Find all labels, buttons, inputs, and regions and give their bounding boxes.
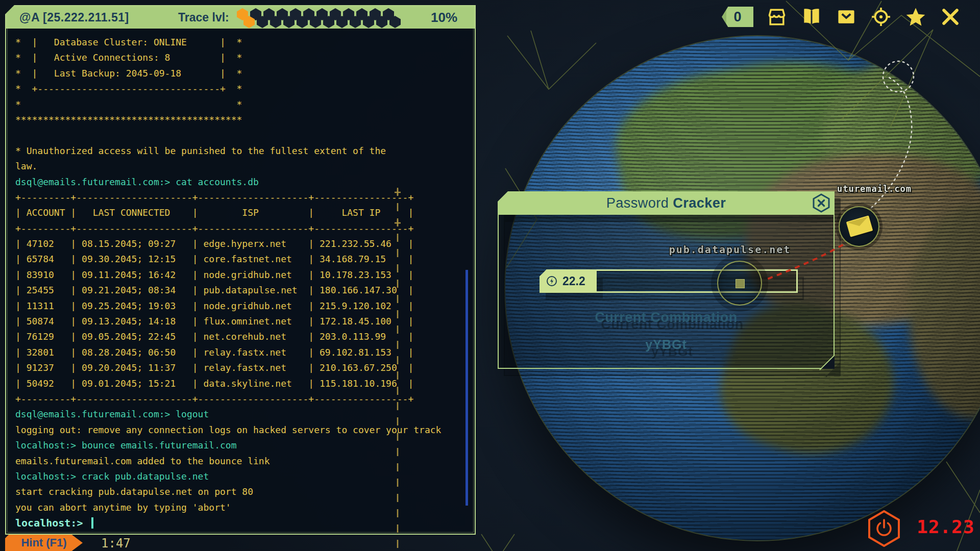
- terminal-line: | 76129 | 09.05.2045; 22:45 | net.corehu…: [15, 329, 469, 344]
- text-cursor: [91, 517, 93, 529]
- energy-icon: [546, 275, 558, 287]
- terminal-output[interactable]: * | Database Cluster: ONLINE | ** | Acti…: [15, 35, 469, 533]
- terminal-line: | 47102 | 08.15.2045; 09:27 | edge.hyper…: [15, 236, 469, 252]
- terminal-line: | ACCOUNT | LAST CONNECTED | ISP | LAST …: [15, 205, 469, 220]
- mail-server-icon: [846, 215, 873, 237]
- password-cracker-dialog: Password Cracker 22.2 Current Combinatio…: [498, 191, 835, 369]
- terminal-line: +---------+---------------------+-------…: [15, 190, 469, 205]
- close-icon[interactable]: [939, 6, 962, 28]
- power-hexagon: [869, 511, 899, 546]
- node-label-source: uturemail.com: [837, 184, 912, 194]
- terminal-line: ****************************************…: [15, 112, 469, 128]
- top-icon-bar: 0: [722, 5, 962, 29]
- node-pub-datapulse[interactable]: [717, 261, 762, 306]
- connected-address: @A [25.222.211.51]: [19, 11, 129, 24]
- power-button[interactable]: [865, 510, 903, 547]
- terminal-line: | 50874 | 09.13.2045; 14:18 | flux.omnin…: [15, 314, 469, 329]
- terminal-line: | 25455 | 09.21.2045; 08:34 | pub.datapu…: [15, 283, 469, 298]
- trace-level-label: Trace lvl:: [178, 11, 229, 24]
- terminal-window: @A [25.222.211.51] Trace lvl: 10% * | Da…: [5, 5, 476, 535]
- terminal-line: * Unauthorized access will be punished t…: [15, 143, 469, 159]
- terminal-line: localhost:> bounce emails.futuremail.com: [15, 438, 469, 453]
- dialog-body: 22.2 Current Combination yYBGt: [498, 215, 835, 369]
- terminal-line: dsql@emails.futuremail.com:> cat account…: [15, 174, 469, 190]
- terminal-line: | 32801 | 08.28.2045; 06:50 | relay.fast…: [15, 345, 469, 360]
- terminal-line: you can abort anytime by typing 'abort': [15, 500, 469, 515]
- terminal-line: * | Last Backup: 2045-09-18 | *: [15, 66, 469, 81]
- terminal-line: * | Active Connections: 8 | *: [15, 50, 469, 65]
- terminal-line: law.: [15, 159, 469, 174]
- current-combination-label: Current Combination: [499, 310, 834, 325]
- trace-level-meter: [237, 8, 405, 29]
- terminal-line: logging out: remove any connection logs …: [15, 422, 469, 438]
- dialog-title-bar[interactable]: Password Cracker: [498, 191, 835, 215]
- counter-value: 0: [733, 9, 741, 24]
- terminal-prompt[interactable]: localhost:>: [15, 515, 469, 531]
- terminal-line: * +---------------------------------+ *: [15, 81, 469, 96]
- dialog-title: Password: [606, 195, 669, 211]
- node-core-icon: [736, 279, 745, 288]
- terminal-line: * | Database Cluster: ONLINE | *: [15, 35, 469, 50]
- dialog-title-bold: Cracker: [673, 195, 726, 211]
- terminal-scrollbar[interactable]: [465, 270, 468, 506]
- mail-icon[interactable]: [835, 6, 857, 28]
- mission-timer: 1:47: [101, 536, 131, 550]
- terminal-line: | 50492 | 09.01.2045; 15:21 | data.skyli…: [15, 376, 469, 391]
- terminal-line: | 91237 | 09.20.2045; 11:37 | relay.fast…: [15, 360, 469, 375]
- alert-counter-value: 12.23: [917, 516, 974, 537]
- book-icon[interactable]: [800, 6, 823, 28]
- terminal-line: emails.futuremail.com added to the bounc…: [15, 454, 469, 469]
- terminal-line: [15, 128, 469, 143]
- target-icon[interactable]: [870, 6, 892, 28]
- node-futuremail[interactable]: [839, 206, 879, 247]
- terminal-line: +---------+---------------------+-------…: [15, 221, 469, 236]
- power-icon: [877, 520, 891, 535]
- terminal-line: * *: [15, 97, 469, 112]
- terminal-line: +---------+---------------------+-------…: [15, 391, 469, 407]
- shop-icon[interactable]: [766, 6, 788, 28]
- terminal-line: start cracking pub.datapulse.net on port…: [15, 484, 469, 499]
- terminal-line: localhost:> crack pub.datapulse.net: [15, 469, 469, 484]
- hint-button[interactable]: Hint (F1): [5, 535, 83, 551]
- close-icon[interactable]: [811, 193, 831, 213]
- terminal-line: | 65784 | 09.30.2045; 12:15 | core.fastn…: [15, 252, 469, 267]
- trace-level-percent: 10%: [431, 10, 457, 26]
- progress-value: 22.2: [562, 274, 585, 288]
- counter-badge[interactable]: 0: [722, 7, 753, 27]
- hint-label: Hint (F1): [21, 536, 66, 549]
- terminal-line: dsql@emails.futuremail.com:> logout: [15, 407, 469, 422]
- star-icon[interactable]: [904, 6, 927, 28]
- current-combination-value: yYBGt: [499, 337, 834, 352]
- node-label-target: pub.datapulse.net: [661, 243, 799, 256]
- terminal-header: @A [25.222.211.51] Trace lvl: 10%: [6, 6, 475, 29]
- terminal-line: | 83910 | 09.11.2045; 16:42 | node.gridh…: [15, 267, 469, 283]
- game-screen: pub.datapulse.net uturemail.com @A [25.2…: [0, 0, 980, 551]
- crack-progress-fill: 22.2: [540, 269, 597, 293]
- terminal-line: | 11311 | 09.25.2045; 19:03 | node.gridh…: [15, 298, 469, 314]
